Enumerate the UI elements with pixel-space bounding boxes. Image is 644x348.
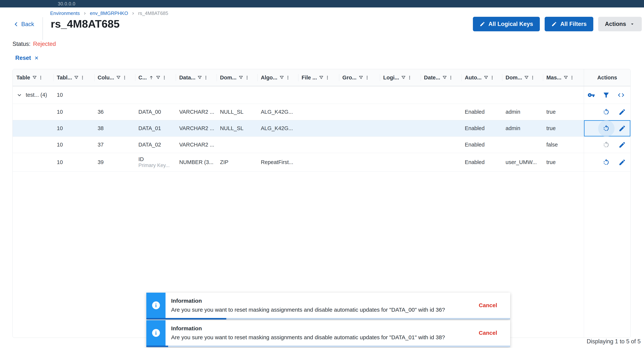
column-menu-icon[interactable] (38, 75, 43, 80)
column-menu-icon[interactable] (530, 75, 535, 80)
filter-icon[interactable] (602, 91, 610, 99)
breadcrumb-environments[interactable]: Environments (50, 10, 80, 16)
column-header-label: Data... (179, 74, 195, 81)
cell-file_format (298, 137, 339, 153)
column-menu-icon[interactable] (407, 75, 412, 80)
cell-domain: ZIP (216, 153, 258, 172)
filter-icon[interactable] (563, 75, 568, 80)
edit-row-button[interactable] (618, 125, 626, 132)
column-header-label: Colu... (98, 74, 114, 81)
column-menu-icon[interactable] (80, 75, 85, 80)
toast-cancel-link[interactable]: Cancel (479, 330, 510, 336)
toast-cancel-link[interactable]: Cancel (479, 302, 510, 308)
close-icon[interactable] (34, 55, 39, 60)
all-filters-label: All Filters (560, 21, 586, 28)
reset-masking-button[interactable] (602, 158, 610, 166)
column-menu-icon[interactable] (204, 75, 208, 80)
group-actions-cell (584, 86, 630, 104)
all-filters-button[interactable]: All Filters (545, 17, 593, 31)
reset-filter-label: Reset (15, 54, 31, 61)
cell-logical_key (380, 104, 421, 120)
column-header-file_format: File ... (298, 69, 339, 86)
column-menu-icon[interactable] (570, 75, 574, 80)
column-header-label: Table (16, 74, 30, 81)
filter-icon[interactable] (358, 75, 364, 80)
cell-domain (216, 86, 258, 104)
status-badge: Rejected (33, 41, 56, 47)
cell-group (339, 153, 380, 172)
row-actions-cell (584, 120, 630, 136)
reset-filter-chip[interactable]: Reset (15, 54, 39, 61)
filter-icon[interactable] (197, 75, 202, 80)
reset-masking-button[interactable] (602, 108, 610, 116)
column-header-label: Tabl... (57, 74, 72, 81)
cell-table (13, 137, 54, 153)
collapse-group-icon[interactable] (16, 92, 22, 98)
filter-icon[interactable] (319, 75, 324, 80)
row-actions-cell (584, 104, 630, 120)
column-menu-icon[interactable] (325, 75, 330, 80)
column-header-group: Gro... (339, 69, 380, 86)
filter-icon[interactable] (442, 75, 447, 80)
column-menu-icon[interactable] (162, 75, 167, 80)
actions-column-divider (584, 170, 584, 338)
reset-masking-button[interactable] (602, 125, 610, 132)
cell-table (13, 120, 54, 136)
column-menu-icon[interactable] (490, 75, 494, 80)
column-header-auto_update: Auto... (461, 69, 502, 86)
edit-row-button[interactable] (618, 108, 626, 116)
table-row[interactable]: 1038DATA_01VARCHAR2 ...NULL_SLALG_K42G..… (13, 120, 630, 137)
filter-icon[interactable] (524, 75, 529, 80)
chevron-right-icon (83, 11, 87, 16)
breadcrumb: Environments env_8MGRPHKO rs_4M8AT685 (50, 10, 168, 16)
column-header-algorithm: Algo... (258, 69, 298, 86)
table-row[interactable]: 1037DATA_02VARCHAR2 ...Enabledfalse (13, 137, 630, 153)
column-header-column_name: C... (135, 69, 176, 86)
sort-ascending-icon[interactable] (149, 75, 154, 80)
cell-column_id: 38 (94, 120, 135, 136)
filter-icon[interactable] (279, 75, 284, 80)
column-menu-icon[interactable] (365, 75, 370, 80)
code-icon[interactable] (617, 91, 625, 99)
column-menu-icon[interactable] (286, 75, 290, 80)
filter-icon[interactable] (401, 75, 406, 80)
all-logical-keys-button[interactable]: All Logical Keys (473, 17, 540, 31)
cell-domain (216, 137, 258, 153)
actions-menu-button[interactable]: Actions (598, 17, 642, 31)
info-icon: i (152, 302, 160, 309)
filter-icon[interactable] (74, 75, 79, 80)
column-menu-icon[interactable] (245, 75, 250, 80)
logical-key-icon[interactable] (588, 91, 595, 99)
column-menu-icon[interactable] (122, 75, 127, 80)
table-row[interactable]: 1036DATA_00VARCHAR2 ...NULL_SLALG_K42G..… (13, 104, 630, 120)
filter-icon[interactable] (116, 75, 121, 80)
filter-icon[interactable] (156, 75, 161, 80)
cell-table (13, 104, 54, 120)
cell-data_type: VARCHAR2 ... (176, 120, 216, 136)
cell-file_format (298, 153, 339, 172)
filter-icon[interactable] (238, 75, 244, 80)
column-header-date_format: Date... (421, 69, 462, 86)
column-header-label: Logi... (383, 74, 399, 81)
cell-column_id: 39 (94, 153, 135, 172)
back-button[interactable]: Back (13, 21, 34, 28)
cell-column_id: 36 (94, 104, 135, 120)
cell-group (339, 104, 380, 120)
edit-row-button[interactable] (618, 158, 626, 166)
toast-body: Information Are you sure you want to res… (166, 322, 479, 344)
filter-icon[interactable] (484, 75, 488, 80)
cell-column_id (94, 86, 135, 104)
column-header-logical_key: Logi... (380, 69, 421, 86)
cell-group (339, 120, 380, 136)
page: 30.0.0.0 Environments env_8MGRPHKO rs_4M… (0, 0, 644, 348)
cell-column_name: IDPrimary Key... (135, 153, 176, 172)
filter-icon[interactable] (32, 75, 37, 80)
cell-data_type (176, 86, 216, 104)
cell-logical_key (380, 153, 421, 172)
back-label: Back (21, 21, 34, 28)
breadcrumb-environment[interactable]: env_8MGRPHKO (90, 10, 128, 16)
cell-file_format (298, 86, 339, 104)
edit-row-button[interactable] (618, 141, 626, 148)
column-menu-icon[interactable] (448, 75, 453, 80)
table-row[interactable]: 1039IDPrimary Key...NUMBER (3...ZIPRepea… (13, 153, 630, 172)
